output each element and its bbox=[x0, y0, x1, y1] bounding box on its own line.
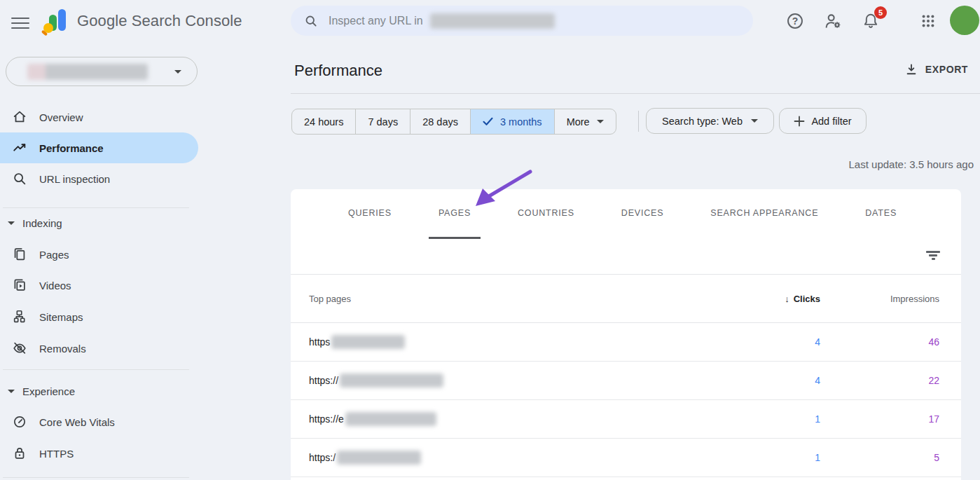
table-header-row: Top pages ↓Clicks Impressions bbox=[291, 275, 961, 323]
sidebar-divider bbox=[3, 207, 189, 208]
home-icon bbox=[12, 109, 27, 125]
tab-search-appearance[interactable]: SEARCH APPEARANCE bbox=[701, 189, 828, 239]
table-row: https:// 4 22 bbox=[291, 362, 961, 400]
apps-grid-icon bbox=[920, 13, 936, 29]
page-url-link[interactable]: https://e bbox=[309, 412, 750, 426]
chevron-down-icon bbox=[8, 221, 15, 225]
plus-icon bbox=[794, 116, 805, 127]
sort-descending-icon: ↓ bbox=[785, 294, 789, 304]
search-type-filter[interactable]: Search type: Web bbox=[646, 108, 774, 134]
last-update-text: Last update: 3.5 hours ago bbox=[849, 158, 974, 170]
clicks-value: 4 bbox=[750, 336, 820, 348]
sidebar-item-core-web-vitals[interactable]: Core Web Vitals bbox=[0, 406, 198, 437]
tab-queries[interactable]: QUERIES bbox=[338, 189, 401, 239]
search-type-label: Search type: Web bbox=[662, 116, 743, 127]
sidebar-divider bbox=[3, 369, 189, 370]
url-prefix: https bbox=[309, 336, 330, 348]
account-avatar[interactable] bbox=[950, 6, 979, 35]
sidebar-item-url-inspection[interactable]: URL inspection bbox=[0, 163, 198, 194]
redacted-property-name bbox=[430, 13, 555, 29]
date-filter-label: 3 months bbox=[500, 116, 542, 128]
add-filter-button[interactable]: Add filter bbox=[779, 108, 867, 134]
sidebar-item-performance[interactable]: Performance bbox=[0, 132, 198, 163]
url-prefix: https:/ bbox=[309, 452, 336, 463]
date-filter-3-months-selected[interactable]: 3 months bbox=[470, 109, 554, 134]
tab-devices[interactable]: DEVICES bbox=[612, 189, 673, 239]
user-settings-button[interactable] bbox=[822, 10, 844, 32]
impressions-value: 46 bbox=[820, 336, 939, 348]
tab-pages-active[interactable]: PAGES bbox=[429, 189, 481, 239]
sidebar-item-label: Removals bbox=[39, 343, 86, 355]
redacted-url bbox=[340, 373, 443, 388]
redacted-url bbox=[337, 451, 421, 465]
help-button[interactable]: ? bbox=[784, 10, 806, 32]
sidebar-item-label: Core Web Vitals bbox=[39, 416, 115, 428]
app-title: Google Search Console bbox=[77, 12, 242, 30]
column-header-clicks-sorted[interactable]: ↓Clicks bbox=[750, 294, 820, 304]
date-filter-label: More bbox=[567, 116, 590, 128]
check-icon bbox=[483, 117, 493, 126]
redacted-url bbox=[331, 335, 405, 349]
page-url-link[interactable]: https bbox=[309, 335, 750, 349]
impressions-value: 5 bbox=[820, 452, 939, 463]
sidebar-item-videos[interactable]: Videos bbox=[0, 270, 198, 301]
pages-icon bbox=[12, 247, 27, 262]
column-header-top-pages[interactable]: Top pages bbox=[309, 294, 750, 304]
sidebar-section-experience[interactable]: Experience bbox=[0, 381, 198, 401]
sidebar-item-sitemaps[interactable]: Sitemaps bbox=[0, 301, 198, 332]
speedometer-icon bbox=[12, 414, 27, 430]
notification-count-badge: 5 bbox=[874, 6, 887, 19]
google-apps-button[interactable] bbox=[917, 10, 939, 32]
chevron-down-icon bbox=[751, 119, 758, 123]
redacted-url bbox=[345, 412, 436, 426]
sidebar-item-label: HTTPS bbox=[39, 448, 74, 460]
clicks-value: 1 bbox=[750, 413, 820, 425]
chevron-down-icon bbox=[8, 390, 15, 393]
trending-up-icon bbox=[12, 140, 27, 156]
sidebar-item-https[interactable]: HTTPS bbox=[0, 438, 198, 469]
search-icon bbox=[304, 14, 318, 28]
table-row: https://e 1 17 bbox=[291, 400, 961, 439]
sidebar-item-label: Pages bbox=[39, 249, 69, 261]
add-filter-label: Add filter bbox=[811, 116, 851, 127]
date-filter-24-hours[interactable]: 24 hours bbox=[292, 109, 355, 134]
hamburger-menu-icon[interactable] bbox=[10, 13, 31, 32]
tab-countries[interactable]: COUNTRIES bbox=[508, 189, 584, 239]
notifications-button[interactable]: 5 bbox=[860, 10, 882, 32]
sidebar-section-indexing[interactable]: Indexing bbox=[0, 213, 198, 233]
date-filter-7-days[interactable]: 7 days bbox=[355, 109, 410, 134]
date-filter-28-days[interactable]: 28 days bbox=[410, 109, 470, 134]
section-label: Indexing bbox=[22, 217, 62, 229]
page-url-link[interactable]: https:// bbox=[309, 373, 750, 388]
sidebar-item-removals[interactable]: Removals bbox=[0, 333, 198, 364]
sidebar-item-overview[interactable]: Overview bbox=[0, 102, 198, 132]
table-filter-icon[interactable] bbox=[926, 251, 940, 262]
sidebar-item-label: Performance bbox=[39, 142, 104, 154]
date-range-filter-group: 24 hours 7 days 28 days 3 months More bbox=[291, 109, 616, 135]
filter-group-divider bbox=[638, 111, 639, 132]
impressions-value: 17 bbox=[820, 413, 939, 425]
property-selector-dropdown[interactable] bbox=[6, 57, 198, 86]
eye-off-icon bbox=[12, 341, 27, 356]
page-url-link[interactable]: https:/ bbox=[309, 451, 750, 465]
date-filter-more[interactable]: More bbox=[554, 109, 616, 134]
url-prefix: https://e bbox=[309, 413, 344, 425]
question-mark-icon: ? bbox=[784, 10, 806, 32]
sidebar-item-label: Overview bbox=[39, 111, 83, 123]
impressions-value: 22 bbox=[820, 375, 939, 386]
tab-dates[interactable]: DATES bbox=[855, 189, 906, 239]
chevron-down-icon bbox=[174, 70, 181, 74]
page-title: Performance bbox=[294, 62, 382, 80]
url-inspect-search-input[interactable]: Inspect any URL in bbox=[291, 6, 753, 36]
column-header-impressions[interactable]: Impressions bbox=[820, 294, 939, 304]
column-header-label: Clicks bbox=[794, 294, 820, 304]
top-app-bar: Google Search Console Inspect any URL in… bbox=[0, 0, 980, 42]
search-placeholder: Inspect any URL in bbox=[329, 15, 423, 27]
sidebar-divider bbox=[3, 477, 189, 478]
table-row: https:/ 1 5 bbox=[291, 439, 961, 477]
clicks-value: 1 bbox=[750, 452, 820, 463]
lock-icon bbox=[12, 446, 27, 461]
sidebar-item-pages[interactable]: Pages bbox=[0, 239, 198, 270]
export-button[interactable]: EXPORT bbox=[904, 62, 968, 76]
header-divider bbox=[291, 93, 980, 94]
